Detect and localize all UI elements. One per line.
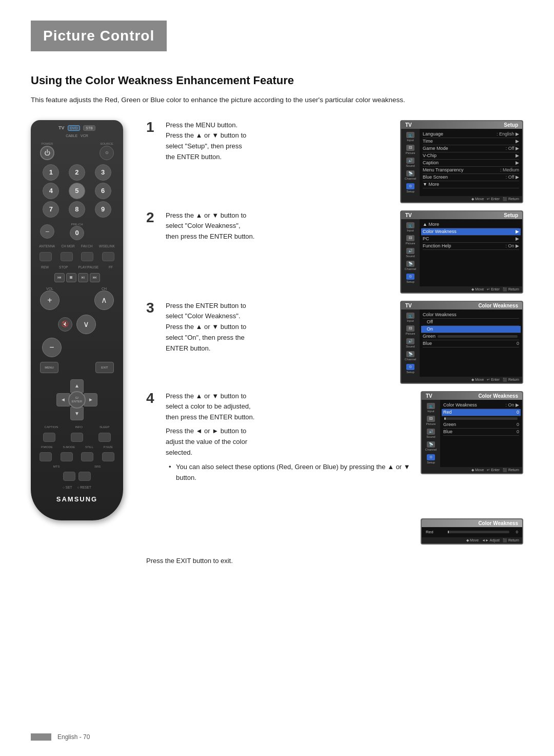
favch-button[interactable] <box>81 252 93 261</box>
section-title: Using the Color Weakness Enhancement Fea… <box>31 74 523 87</box>
intro-text: This feature adjusts the Red, Green or B… <box>31 94 523 106</box>
step-4: 4 Press the ▲ or ▼ button to select a co… <box>146 391 523 545</box>
sidebar-input-3: 📺 Input <box>403 312 418 323</box>
remote-control: TV DVD STB CABLE VCR POWER ⏻ SOURCE <box>31 120 131 520</box>
dpad-down-button[interactable]: ▼ <box>70 407 84 420</box>
menu-button[interactable]: MENU <box>40 362 58 373</box>
sidebar-sound-3: 🔊 Sound <box>403 337 418 349</box>
vol-up-button[interactable]: + <box>40 290 60 310</box>
stop-button[interactable]: ⏹ <box>66 273 76 282</box>
num-5-button[interactable]: 5 <box>69 183 85 199</box>
step-4-text: Press the ▲ or ▼ button to select a colo… <box>166 391 413 483</box>
sidebar-sound-2: 🔊 Sound <box>403 247 418 259</box>
step-1-screen: TV Setup 📺 Input 🖼 P <box>400 120 523 203</box>
step-4-screens: TV Color Weakness 📺 Input <box>421 391 523 545</box>
sidebar-picture: 🖼 Picture <box>403 144 418 156</box>
sidebar-input: 📺 Input <box>403 131 418 143</box>
sidebar-channel-2: 📡 Channel <box>403 260 418 272</box>
sidebar-sound-1: 🔊 Sound <box>403 157 418 168</box>
num-1-button[interactable]: 1 <box>43 164 59 181</box>
dpad-right-button[interactable]: ► <box>84 393 97 406</box>
srs-button[interactable] <box>78 472 91 481</box>
stb-label: STB <box>83 125 95 131</box>
step-3-text: Press the ENTER button to select "Color … <box>166 301 393 354</box>
caption-button[interactable] <box>43 433 55 442</box>
caption-label: CAPTION <box>45 425 58 429</box>
directional-pad: ▲ ▼ ◄ ► G/ENTER <box>56 379 97 420</box>
step-3-screen: TV Color Weakness 📺 Input 🖼 <box>400 301 523 384</box>
step-1: 1 Press the MENU button. Press the ▲ or … <box>146 120 523 203</box>
info-label: INFO <box>75 425 82 429</box>
page-footer: English - 70 <box>31 733 523 741</box>
footer-bar <box>31 733 51 741</box>
sleep-label: SLEEP <box>100 425 109 429</box>
step-4-number: 4 <box>146 391 159 405</box>
vol-down-button[interactable]: − <box>42 338 62 357</box>
dash-button[interactable]: − <box>40 224 54 239</box>
step-3-number: 3 <box>146 301 159 315</box>
num-4-button[interactable]: 4 <box>43 183 59 199</box>
ch-down-button[interactable]: ∨ <box>76 315 96 334</box>
smode-button[interactable] <box>61 452 73 461</box>
enter-button[interactable]: G/ENTER <box>68 391 86 409</box>
step-4b-screen: Color Weakness Red 0 ◆ Move <box>421 518 523 545</box>
page-title: Picture Control <box>43 28 154 44</box>
num-3-button[interactable]: 3 <box>95 164 111 181</box>
antenna-label: ANTENNA <box>39 244 55 248</box>
sidebar-channel-3: 📡 Channel <box>403 350 418 362</box>
exit-text: Press the EXIT button to exit. <box>146 557 523 565</box>
ch-up-button[interactable]: ∧ <box>94 290 114 310</box>
num-6-button[interactable]: 6 <box>95 183 111 199</box>
power-button[interactable]: ⏻ <box>40 146 54 160</box>
ff-label: FF <box>109 265 113 269</box>
num-8-button[interactable]: 8 <box>69 201 85 218</box>
playpause-label: PLAY/PAUSE <box>78 265 99 269</box>
step-2-number: 2 <box>146 210 159 225</box>
num-9-button[interactable]: 9 <box>95 201 111 218</box>
step-1-number: 1 <box>146 120 159 134</box>
step-2: 2 Press the ▲ or ▼ button to select "Col… <box>146 210 523 294</box>
chmgr-button[interactable] <box>61 252 73 261</box>
wiselink-label: WISELINK <box>99 244 115 248</box>
cable-label: CABLE <box>66 134 77 138</box>
psize-button[interactable] <box>102 452 114 461</box>
still-button[interactable] <box>81 452 93 461</box>
ff-button[interactable]: ⏭ <box>90 273 100 282</box>
wiselink-button[interactable] <box>102 252 114 261</box>
sidebar-setup-2: ⚙ Setup <box>403 273 418 284</box>
sidebar-picture-2: 🖼 Picture <box>403 234 418 246</box>
rew-button[interactable]: ⏮ <box>54 273 65 282</box>
dvd-label: DVD <box>68 125 81 131</box>
sidebar-input-2: 📺 Input <box>403 221 418 233</box>
antenna-button[interactable] <box>39 252 52 261</box>
vcr-label: VCR <box>81 134 88 138</box>
rew-label: REW <box>41 265 49 269</box>
sidebar-channel: 📡 Channel <box>403 169 418 181</box>
pmode-button[interactable] <box>39 452 52 461</box>
stop-label: STOP <box>59 265 68 269</box>
source-button[interactable]: ⊙ <box>100 146 114 160</box>
sleep-button[interactable] <box>98 433 111 442</box>
sidebar-picture-3: 🖼 Picture <box>403 324 418 336</box>
mute-button[interactable]: 🔇 <box>58 317 72 332</box>
sidebar-setup-4: ⚙ Setup <box>424 453 438 465</box>
samsung-logo: SAMSUNG <box>56 495 97 503</box>
sidebar-channel-4: 📡 Channel <box>424 440 438 452</box>
mts-button[interactable] <box>63 472 75 481</box>
num-7-button[interactable]: 7 <box>43 201 59 218</box>
footer-text: English - 70 <box>57 733 90 741</box>
step-2-text: Press the ▲ or ▼ button to select "Color… <box>166 210 393 242</box>
steps-container: 1 Press the MENU button. Press the ▲ or … <box>146 120 523 565</box>
chmgr-label: CH MGR <box>61 244 74 248</box>
exit-button[interactable]: EXIT <box>95 362 114 373</box>
step-3: 3 Press the ENTER button to select "Colo… <box>146 301 523 384</box>
sidebar-sound-4: 🔊 Sound <box>424 428 438 439</box>
num-2-button[interactable]: 2 <box>69 164 85 181</box>
sidebar-input-4: 📺 Input <box>424 402 438 414</box>
info-button[interactable] <box>71 433 83 442</box>
tv-label: TV <box>58 125 65 130</box>
sidebar-setup-1: ⚙ Setup <box>403 182 418 194</box>
zero-button[interactable]: 0 <box>70 226 84 240</box>
play-button[interactable]: ⏯ <box>78 273 88 282</box>
sidebar-picture-4: 🖼 Picture <box>424 415 438 427</box>
